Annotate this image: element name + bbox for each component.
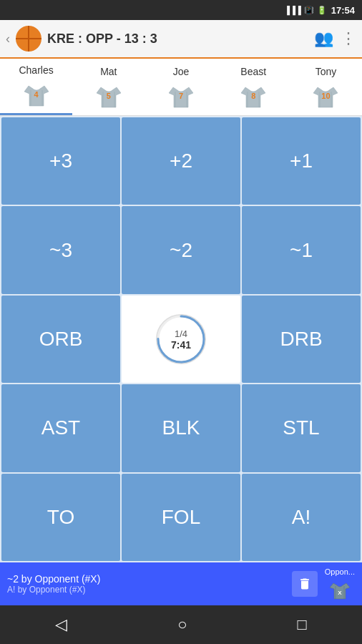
notification-main: ~2 by Opponent (#X) — [7, 573, 285, 585]
status-bar: ▐▐▐ 📳 🔋 17:54 — [0, 0, 362, 20]
orb-button[interactable]: ORB — [1, 296, 120, 383]
player-col-mat[interactable]: Mat 5 — [72, 59, 145, 115]
people-icon[interactable]: 👥 — [314, 29, 333, 48]
jersey-tony: 10 — [313, 80, 338, 109]
player-name-beast: Beast — [240, 66, 266, 77]
jersey-charles: 4 — [24, 79, 49, 107]
nav-home-button[interactable]: ○ — [163, 610, 201, 640]
timer-circle: 1/4 7:41 — [156, 314, 206, 364]
bottom-bar: ~2 by Opponent (#X) A! by Opponent (#X) … — [0, 562, 362, 605]
player-col-joe[interactable]: Joe 7 — [145, 59, 217, 115]
more-options-icon[interactable]: ⋮ — [341, 29, 356, 48]
basketball-icon — [16, 26, 41, 52]
grid-row-4: AST BLK STL — [1, 384, 361, 472]
status-time: 17:54 — [331, 5, 355, 16]
nav-menu-button[interactable]: □ — [283, 610, 321, 640]
trash-icon — [298, 577, 312, 591]
minus3-button[interactable]: ~3 — [1, 206, 120, 293]
nav-back-button[interactable]: ◁ — [41, 610, 82, 640]
grid-row-3: ORB 1/4 7:41 DRB — [1, 296, 361, 383]
game-title: KRE : OPP - 13 : 3 — [47, 31, 157, 47]
jersey-joe: 7 — [169, 80, 193, 109]
top-bar: ‹ KRE : OPP - 13 : 3 👥 ⋮ — [0, 20, 362, 59]
plus2-button[interactable]: +2 — [122, 117, 240, 205]
to-button[interactable]: TO — [1, 474, 120, 561]
player-col-charles[interactable]: Charles 4 — [0, 59, 72, 115]
main-grid: +3 +2 +1 ~3 ~2 ~1 ORB 1/4 7:41 DRB AST B… — [0, 116, 362, 562]
jersey-beast: 8 — [241, 80, 265, 109]
stl-button[interactable]: STL — [242, 384, 361, 472]
top-bar-right: 👥 ⋮ — [314, 29, 356, 48]
jersey-mat: 5 — [97, 80, 121, 109]
player-name-tony: Tony — [315, 66, 337, 77]
battery-icon: 🔋 — [317, 6, 327, 15]
blk-button[interactable]: BLK — [122, 384, 240, 472]
timer-progress-svg — [156, 314, 206, 364]
signal-icon: ▐▐▐ — [284, 6, 300, 14]
opponent-info: Oppon... X — [325, 567, 355, 600]
ast-button[interactable]: AST — [1, 384, 120, 472]
top-bar-left: ‹ KRE : OPP - 13 : 3 — [6, 26, 157, 52]
fol-button[interactable]: FOL — [122, 474, 240, 561]
timer-cell[interactable]: 1/4 7:41 — [122, 296, 240, 383]
opponent-label: Oppon... — [325, 567, 355, 576]
opponent-jersey-icon: X — [330, 577, 350, 600]
grid-row-1: +3 +2 +1 — [1, 117, 361, 205]
players-header: Charles 4 Mat 5 Joe 7 Beast — [0, 59, 362, 116]
nav-bar: ◁ ○ □ — [0, 605, 362, 644]
status-icons: ▐▐▐ 📳 🔋 — [284, 6, 326, 15]
minus2-button[interactable]: ~2 — [122, 206, 240, 293]
grid-row-2: ~3 ~2 ~1 — [1, 206, 361, 293]
player-col-tony[interactable]: Tony 10 — [290, 59, 362, 115]
plus1-button[interactable]: +1 — [242, 117, 361, 205]
minus1-button[interactable]: ~1 — [242, 206, 361, 293]
grid-row-5: TO FOL A! — [1, 474, 361, 561]
player-name-joe: Joe — [173, 66, 190, 77]
trash-button[interactable] — [292, 571, 318, 597]
notification-sub: A! by Opponent (#X) — [7, 585, 285, 595]
notification-text: ~2 by Opponent (#X) A! by Opponent (#X) — [7, 573, 285, 595]
player-col-beast[interactable]: Beast 8 — [217, 59, 290, 115]
a-button[interactable]: A! — [242, 474, 361, 561]
drb-button[interactable]: DRB — [242, 296, 361, 383]
player-name-charles: Charles — [19, 64, 53, 76]
vibrate-icon: 📳 — [304, 6, 314, 15]
plus3-button[interactable]: +3 — [1, 117, 120, 205]
back-button[interactable]: ‹ — [6, 31, 10, 47]
player-name-mat: Mat — [100, 66, 117, 77]
svg-text:X: X — [338, 590, 342, 596]
